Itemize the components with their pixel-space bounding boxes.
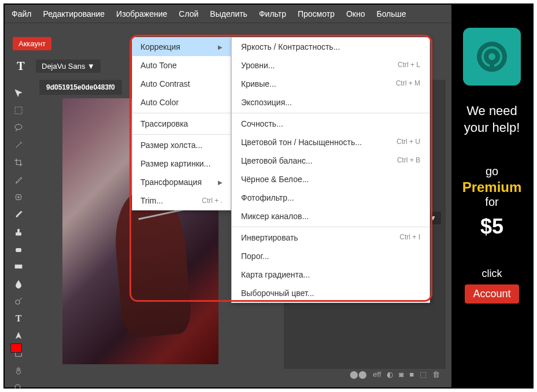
marquee-tool[interactable]: [10, 103, 27, 118]
svg-point-9: [15, 384, 20, 390]
menu-more[interactable]: Больше: [376, 9, 406, 19]
menu-correction[interactable]: Коррекция ▶: [132, 38, 231, 56]
submenu-arrow-icon: ▶: [218, 44, 223, 50]
foreground-color[interactable]: [10, 343, 22, 353]
menu-transform[interactable]: Трансформация ▶: [132, 173, 231, 191]
options-bar: T DejaVu Sans ▼: [13, 58, 101, 74]
svg-rect-5: [16, 249, 21, 252]
eyedropper-tool[interactable]: [10, 172, 27, 187]
hand-tool[interactable]: [10, 363, 27, 378]
menu-image[interactable]: Изображение: [116, 9, 167, 19]
lasso-tool[interactable]: [10, 120, 27, 135]
submenu-curves[interactable]: Кривые... Ctrl + M: [232, 75, 429, 93]
menu-image-size[interactable]: Размер картинки...: [132, 154, 231, 173]
svg-rect-4: [18, 230, 20, 233]
trash-icon[interactable]: 🗑: [432, 370, 440, 379]
account-button[interactable]: Аккаунт: [13, 37, 51, 50]
menu-tracing[interactable]: Трассировка: [132, 114, 231, 133]
separator: [132, 134, 231, 135]
folder-icon[interactable]: ■: [409, 370, 414, 379]
text-tool-icon: T: [13, 58, 29, 74]
svg-rect-6: [15, 265, 22, 268]
menu-auto-color[interactable]: Auto Color: [132, 93, 231, 112]
svg-point-7: [16, 300, 20, 305]
submenu-channel-mixer[interactable]: Миксер каналов...: [232, 207, 429, 225]
submenu-brightness[interactable]: Яркость / Контрастность...: [232, 38, 429, 56]
menu-window[interactable]: Окно: [346, 9, 365, 19]
sidebar-ad: We need your help! go Premium for $5 cli…: [451, 5, 532, 387]
document-tab[interactable]: 9d051915e0de0483f0: [39, 80, 122, 95]
svg-point-1: [15, 124, 22, 130]
ad-for-text: for: [485, 195, 498, 209]
menu-file[interactable]: Файл: [12, 9, 31, 19]
menu-transform-label: Трансформация: [140, 177, 202, 187]
new-layer-icon[interactable]: ⬚: [420, 370, 427, 379]
separator: [232, 227, 429, 227]
menu-trim-label: Trim...: [140, 196, 163, 205]
submenu-levels[interactable]: Уровни... Ctrl + L: [232, 56, 429, 75]
shortcut-text: Ctrl + U: [397, 138, 420, 147]
font-select[interactable]: DejaVu Sans ▼: [36, 60, 101, 73]
photopea-logo: [463, 28, 521, 86]
svg-point-11: [486, 51, 498, 62]
zoom-tool[interactable]: [10, 380, 27, 392]
submenu-photo-filter[interactable]: Фотофильтр...: [232, 188, 429, 207]
dodge-tool[interactable]: [10, 294, 27, 309]
shortcut-text: Ctrl + M: [396, 79, 420, 88]
ad-price-text: $5: [480, 215, 503, 239]
adjustment-icon[interactable]: ◙: [399, 370, 403, 379]
menu-layer[interactable]: Слой: [179, 9, 198, 19]
shortcut-text: Ctrl + I: [399, 233, 420, 242]
ad-premium-text: Premium: [462, 179, 522, 195]
app-window: Файл Редактирование Изображение Слой Выд…: [3, 3, 534, 389]
menu-filter[interactable]: Фильтр: [259, 9, 286, 19]
separator: [232, 113, 429, 113]
move-tool[interactable]: [10, 86, 27, 101]
menu-view[interactable]: Просмотр: [298, 9, 335, 19]
svg-rect-3: [16, 233, 21, 236]
mask-icon[interactable]: ◐: [387, 370, 393, 379]
brush-tool[interactable]: [10, 207, 27, 222]
wand-tool[interactable]: [10, 138, 27, 153]
healing-tool[interactable]: [10, 190, 27, 205]
menu-select[interactable]: Выделить: [210, 9, 247, 19]
submenu-arrow-icon: ▶: [218, 179, 223, 186]
link-icon[interactable]: ⬤⬤: [350, 370, 367, 379]
submenu-vibrance[interactable]: Сочность...: [232, 114, 429, 133]
submenu-threshold[interactable]: Порог...: [232, 247, 429, 265]
eraser-tool[interactable]: [10, 242, 27, 257]
pen-tool[interactable]: [10, 328, 27, 343]
gradient-tool[interactable]: [10, 259, 27, 274]
submenu-exposure[interactable]: Экспозиция...: [232, 93, 429, 112]
shortcut-text: Ctrl + .: [202, 197, 223, 205]
menu-correction-label: Коррекция: [140, 42, 180, 51]
stamp-tool[interactable]: [10, 224, 27, 239]
layer-panel-icons: ⬤⬤ eff ◐ ◙ ■ ⬚ 🗑: [350, 370, 440, 379]
separator: [132, 113, 231, 113]
crop-tool[interactable]: [10, 155, 27, 170]
effects-icon[interactable]: eff: [373, 370, 381, 379]
svg-rect-0: [15, 107, 22, 114]
type-tool[interactable]: T: [10, 311, 27, 326]
submenu-gradient-map[interactable]: Карта градиента...: [232, 265, 429, 284]
ad-go-text: go: [486, 165, 498, 178]
image-menu-dropdown: Коррекция ▶ Auto Tone Auto Contrast Auto…: [132, 37, 231, 210]
blur-tool[interactable]: [10, 276, 27, 291]
submenu-color-balance[interactable]: Цветовой баланс... Ctrl + B: [232, 151, 429, 170]
shortcut-text: Ctrl + L: [398, 61, 420, 70]
submenu-bw[interactable]: Чёрное & Белое...: [232, 170, 429, 188]
menu-trim[interactable]: Trim... Ctrl + .: [132, 191, 231, 210]
menu-canvas-size[interactable]: Размер холста...: [132, 136, 231, 154]
menu-auto-tone[interactable]: Auto Tone: [132, 56, 231, 75]
submenu-invert[interactable]: Инвертировать Ctrl + I: [232, 228, 429, 247]
color-swatches[interactable]: [10, 343, 28, 357]
ad-account-button[interactable]: Account: [465, 284, 519, 304]
ad-click-text: click: [482, 268, 502, 280]
menu-edit[interactable]: Редактирование: [43, 9, 105, 19]
ad-headline: We need your help!: [457, 103, 527, 136]
shortcut-text: Ctrl + B: [397, 156, 420, 165]
menu-auto-contrast[interactable]: Auto Contrast: [132, 75, 231, 93]
submenu-hue-sat[interactable]: Цветовой тон / Насыщенность... Ctrl + U: [232, 133, 429, 151]
submenu-selective-color[interactable]: Выборочный цвет...: [232, 284, 429, 302]
correction-submenu: Яркость / Контрастность... Уровни... Ctr…: [231, 37, 430, 303]
